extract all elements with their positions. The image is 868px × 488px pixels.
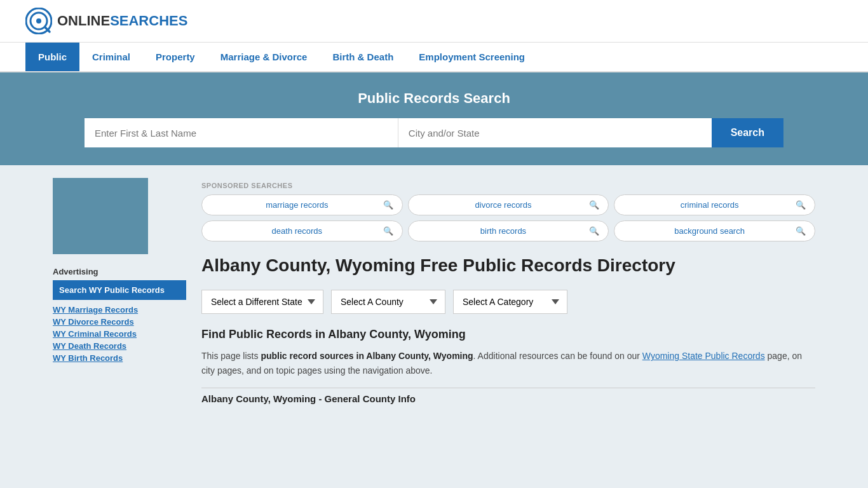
- sidebar-link-death[interactable]: WY Death Records: [53, 341, 186, 351]
- advertising-label: Advertising: [53, 267, 186, 276]
- hero-title: Public Records Search: [25, 90, 843, 107]
- section-divider: [201, 388, 815, 388]
- sidebar-ad-highlight[interactable]: Search WY Public Records: [53, 280, 186, 300]
- page-title: Albany County, Wyoming Free Public Recor…: [201, 254, 815, 277]
- filter-dropdowns: Select a Different State Select A County…: [201, 290, 815, 314]
- tag-divorce-text: divorce records: [417, 200, 590, 210]
- hero-section: Public Records Search Search: [0, 72, 868, 165]
- search-tag-icon-3: 🔍: [383, 226, 393, 236]
- sidebar: Advertising Search WY Public Records WY …: [53, 165, 186, 404]
- category-dropdown[interactable]: Select A Category: [453, 290, 567, 314]
- body-paragraph: This page lists public record sources in…: [201, 349, 815, 377]
- body-text-2: . Additional resources can be found on o…: [473, 351, 642, 361]
- header: ONLINESEARCHES: [0, 0, 868, 43]
- logo-icon: [25, 8, 52, 34]
- main-nav: Public Criminal Property Marriage & Divo…: [0, 43, 868, 72]
- search-tag-icon-0: 🔍: [383, 200, 393, 210]
- nav-marriage-divorce[interactable]: Marriage & Divorce: [208, 43, 320, 71]
- tag-divorce-records[interactable]: divorce records 🔍: [408, 194, 609, 215]
- search-tag-icon-5: 🔍: [796, 226, 806, 236]
- main-wrapper: Advertising Search WY Public Records WY …: [40, 165, 828, 404]
- tag-criminal-text: criminal records: [623, 200, 796, 210]
- location-input[interactable]: [398, 118, 712, 147]
- tag-marriage-text: marriage records: [211, 200, 383, 210]
- nav-property[interactable]: Property: [143, 43, 208, 71]
- tag-death-text: death records: [211, 226, 383, 236]
- sidebar-link-birth[interactable]: WY Birth Records: [53, 353, 186, 363]
- logo-online: ONLINE: [57, 13, 110, 29]
- search-tag-icon-2: 🔍: [796, 200, 806, 210]
- tag-death-records[interactable]: death records 🔍: [201, 220, 403, 241]
- nav-employment[interactable]: Employment Screening: [406, 43, 538, 71]
- logo-area: ONLINESEARCHES: [25, 8, 187, 34]
- logo-text: ONLINESEARCHES: [57, 13, 187, 29]
- search-bar: Search: [85, 118, 783, 147]
- svg-point-2: [36, 18, 41, 24]
- nav-birth-death[interactable]: Birth & Death: [320, 43, 406, 71]
- tag-criminal-records[interactable]: criminal records 🔍: [614, 194, 815, 215]
- tag-birth-text: birth records: [417, 226, 590, 236]
- main-content: SPONSORED SEARCHES marriage records 🔍 di…: [201, 165, 815, 404]
- logo-searches: SEARCHES: [110, 13, 187, 29]
- sidebar-link-divorce[interactable]: WY Divorce Records: [53, 317, 186, 327]
- sidebar-link-criminal[interactable]: WY Criminal Records: [53, 329, 186, 339]
- tag-marriage-records[interactable]: marriage records 🔍: [201, 194, 403, 215]
- body-bold: public record sources in Albany County, …: [261, 351, 473, 361]
- body-text-1: This page lists: [201, 351, 261, 361]
- sidebar-link-marriage[interactable]: WY Marriage Records: [53, 305, 186, 315]
- sponsored-tags: marriage records 🔍 divorce records 🔍 cri…: [201, 194, 815, 241]
- state-dropdown[interactable]: Select a Different State: [201, 290, 323, 314]
- tag-background-text: background search: [623, 226, 796, 236]
- find-heading: Find Public Records in Albany County, Wy…: [201, 328, 815, 341]
- nav-criminal[interactable]: Criminal: [79, 43, 143, 71]
- tag-background-search[interactable]: background search 🔍: [614, 220, 815, 241]
- general-info-heading: Albany County, Wyoming - General County …: [201, 393, 815, 404]
- search-tag-icon-1: 🔍: [589, 200, 599, 210]
- tag-birth-records[interactable]: birth records 🔍: [408, 220, 609, 241]
- county-dropdown[interactable]: Select A County: [331, 290, 445, 314]
- sidebar-image: [53, 178, 148, 254]
- sponsored-label: SPONSORED SEARCHES: [201, 182, 815, 189]
- name-input[interactable]: [85, 118, 398, 147]
- wyoming-link[interactable]: Wyoming State Public Records: [642, 351, 765, 361]
- nav-public[interactable]: Public: [25, 43, 79, 71]
- search-button[interactable]: Search: [712, 118, 783, 147]
- search-tag-icon-4: 🔍: [589, 226, 599, 236]
